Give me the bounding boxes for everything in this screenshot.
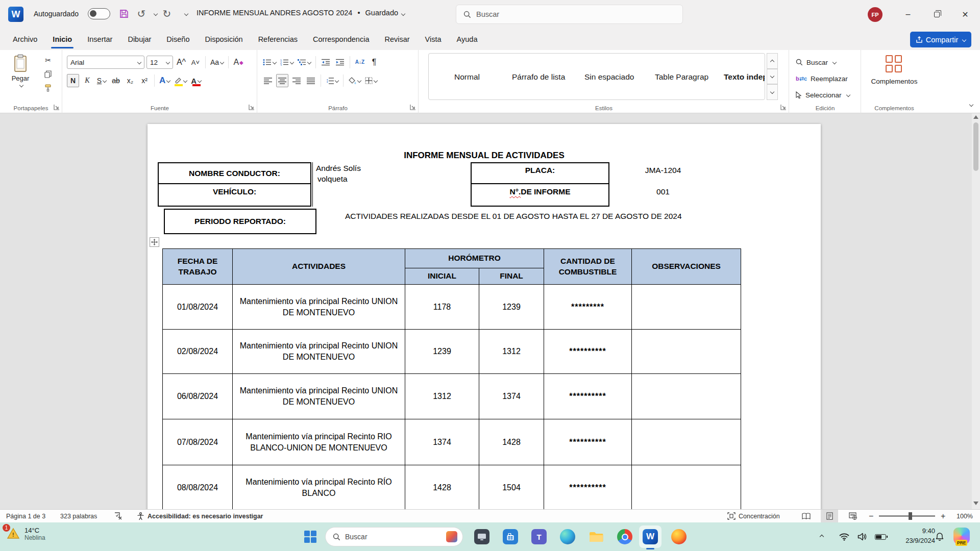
tray-show-hidden-icons[interactable] bbox=[819, 522, 823, 551]
cell-fecha[interactable]: 07/08/2024 bbox=[163, 419, 233, 465]
cell-inicial[interactable]: 1374 bbox=[405, 419, 479, 465]
styles-gallery-more[interactable] bbox=[767, 84, 778, 100]
font-family-combo[interactable]: Arial bbox=[67, 56, 144, 69]
field-periodo-value[interactable]: ACTIVIDADES REALIZADAS DESDE EL 01 DE AG… bbox=[345, 211, 727, 222]
word-count[interactable]: 323 palabras bbox=[60, 510, 97, 522]
font-size-combo[interactable]: 12 bbox=[146, 56, 173, 69]
weather-widget[interactable]: ! 1 14°C Neblina bbox=[6, 527, 45, 541]
autosave-toggle[interactable] bbox=[88, 8, 110, 19]
tab-referencias[interactable]: Referencias bbox=[251, 29, 305, 50]
clock-widget[interactable]: 9:40 23/9/2024 bbox=[894, 527, 935, 546]
underline-button[interactable]: S bbox=[95, 74, 108, 87]
cell-combustible[interactable]: ********** bbox=[544, 330, 632, 374]
zoom-in-button[interactable]: + bbox=[941, 510, 945, 522]
scroll-up-arrow[interactable] bbox=[973, 115, 978, 119]
italic-button[interactable]: K bbox=[81, 74, 93, 87]
increase-indent-button[interactable] bbox=[334, 56, 346, 69]
cell-actividades[interactable]: Mantenimiento vía principal Recinto UNIO… bbox=[233, 374, 405, 419]
print-layout-button[interactable] bbox=[821, 510, 838, 522]
zoom-thumb[interactable] bbox=[909, 512, 912, 520]
tab-dibujar[interactable]: Dibujar bbox=[120, 29, 159, 50]
copilot-icon[interactable]: PRE bbox=[953, 528, 970, 544]
taskbar-search-box[interactable]: Buscar bbox=[325, 527, 463, 546]
zoom-percent[interactable]: 100% bbox=[957, 510, 973, 522]
font-color-button[interactable]: A bbox=[190, 74, 202, 87]
store-app-icon[interactable] bbox=[502, 529, 519, 545]
cell-fecha[interactable]: 01/08/2024 bbox=[163, 285, 233, 330]
cell-actividades[interactable]: Mantenimiento vía principal Recinto RIO … bbox=[233, 419, 405, 465]
col-header-inicial[interactable]: INICIAL bbox=[405, 268, 479, 285]
line-spacing-button[interactable]: ↕ bbox=[325, 74, 339, 87]
cell-combustible[interactable]: ********** bbox=[544, 419, 632, 465]
cell-actividades[interactable]: Mantenimiento vía principal Recinto RÍO … bbox=[233, 465, 405, 510]
show-marks-button[interactable]: ¶ bbox=[368, 56, 380, 69]
cell-observaciones[interactable] bbox=[632, 465, 741, 510]
tab-diseno[interactable]: Diseño bbox=[159, 29, 197, 50]
battery-icon[interactable] bbox=[875, 522, 886, 551]
field-vehiculo-label[interactable]: VEHÍCULO: bbox=[158, 183, 311, 207]
tab-disposicion[interactable]: Disposición bbox=[197, 29, 250, 50]
styles-scroll-down[interactable] bbox=[767, 69, 778, 85]
paragraph-dialog-launcher[interactable] bbox=[410, 104, 416, 110]
col-header-final[interactable]: FINAL bbox=[479, 268, 544, 285]
titlebar-search-box[interactable]: Buscar bbox=[456, 5, 683, 24]
scroll-down-arrow[interactable] bbox=[973, 502, 978, 505]
addins-button[interactable]: Complementos bbox=[862, 55, 927, 85]
doc-heading[interactable]: INFORME MENSUAL DE ACTIVIDADES bbox=[148, 151, 821, 161]
cut-button[interactable]: ✂ bbox=[42, 55, 54, 65]
vertical-scrollbar[interactable] bbox=[972, 113, 980, 509]
chrome-app-icon[interactable] bbox=[617, 529, 633, 545]
volume-icon[interactable] bbox=[857, 522, 867, 551]
cell-inicial[interactable]: 1239 bbox=[405, 330, 479, 374]
cell-inicial[interactable]: 1428 bbox=[405, 465, 479, 510]
cell-fecha[interactable]: 02/08/2024 bbox=[163, 330, 233, 374]
quick-access-chevron-icon[interactable] bbox=[178, 6, 193, 21]
style-table-paragraph[interactable]: Table Paragrap bbox=[655, 54, 708, 100]
style-normal[interactable]: Normal bbox=[454, 54, 480, 100]
cell-combustible[interactable]: ********* bbox=[544, 285, 632, 330]
cell-inicial[interactable]: 1312 bbox=[405, 374, 479, 419]
cell-combustible[interactable]: ********** bbox=[544, 465, 632, 510]
format-painter-button[interactable] bbox=[42, 83, 54, 93]
change-case-button[interactable]: Aa bbox=[209, 56, 225, 69]
save-icon[interactable] bbox=[116, 6, 132, 21]
share-button[interactable]: Compartir bbox=[910, 32, 971, 47]
field-placa-value[interactable]: JMA-1204 bbox=[609, 166, 717, 175]
select-button[interactable]: Seleccionar bbox=[796, 88, 850, 102]
activities-table[interactable]: FECHA DE TRABAJO ACTIVIDADES HORÓMETRO C… bbox=[162, 248, 741, 509]
cell-final[interactable]: 1504 bbox=[479, 465, 544, 510]
cell-combustible[interactable]: ********** bbox=[544, 374, 632, 419]
collapse-ribbon-button[interactable] bbox=[964, 99, 977, 110]
clear-formatting-button[interactable]: A◆ bbox=[232, 56, 244, 69]
replace-button[interactable]: b⇄c Reemplazar bbox=[796, 71, 848, 86]
cell-fecha[interactable]: 08/08/2024 bbox=[163, 465, 233, 510]
field-informe-value[interactable]: 001 bbox=[609, 187, 717, 196]
tab-archivo[interactable]: Archivo bbox=[5, 29, 45, 50]
file-explorer-app-icon[interactable] bbox=[588, 529, 604, 545]
cell-final[interactable]: 1312 bbox=[479, 330, 544, 374]
field-nombre-value-line2[interactable]: volqueta bbox=[317, 174, 348, 184]
col-header-combustible[interactable]: CANTIDAD DE COMBUSTIBLE bbox=[544, 249, 632, 285]
scrollbar-thumb[interactable] bbox=[973, 122, 978, 171]
word-app-taskbar-icon[interactable]: W bbox=[642, 529, 658, 545]
tab-correspondencia[interactable]: Correspondencia bbox=[305, 29, 377, 50]
wifi-icon[interactable] bbox=[839, 522, 849, 551]
sort-button[interactable]: A↓Z bbox=[354, 56, 366, 69]
field-nombre-conductor-label[interactable]: NOMBRE CONDUCTOR: bbox=[158, 162, 311, 184]
web-layout-button[interactable] bbox=[844, 510, 862, 522]
cell-final[interactable]: 1239 bbox=[479, 285, 544, 330]
tab-inicio[interactable]: Inicio bbox=[45, 29, 80, 50]
multilevel-list-button[interactable] bbox=[297, 56, 312, 69]
font-dialog-launcher[interactable] bbox=[249, 104, 255, 110]
subscript-button[interactable]: x₂ bbox=[124, 74, 136, 87]
minimize-button[interactable]: – bbox=[896, 0, 920, 29]
bold-button[interactable]: N bbox=[67, 74, 79, 87]
firefox-app-icon[interactable] bbox=[671, 529, 687, 545]
cell-actividades[interactable]: Mantenimiento vía principal Recinto UNIO… bbox=[233, 285, 405, 330]
zoom-slider[interactable] bbox=[879, 510, 935, 522]
tab-insertar[interactable]: Insertar bbox=[80, 29, 120, 50]
notifications-bell-icon[interactable] bbox=[935, 522, 944, 551]
clipboard-dialog-launcher[interactable] bbox=[54, 104, 60, 110]
bullets-button[interactable] bbox=[262, 56, 277, 69]
accessibility-status[interactable]: Accesibilidad: es necesario investigar bbox=[137, 510, 263, 522]
